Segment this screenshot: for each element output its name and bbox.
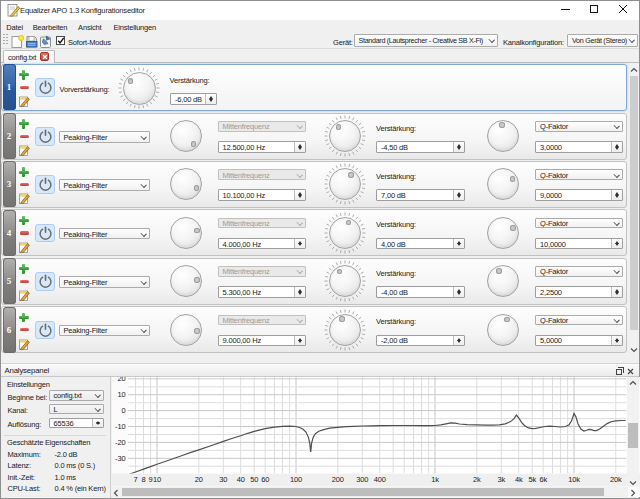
svg-text:50: 50 (250, 475, 258, 484)
svg-text:20: 20 (194, 475, 202, 484)
svg-text:0: 0 (121, 406, 125, 415)
svg-text:-30: -30 (115, 454, 125, 463)
svg-text:400: 400 (373, 475, 385, 484)
svg-text:8: 8 (141, 475, 145, 484)
svg-text:1k: 1k (431, 475, 439, 484)
svg-text:300: 300 (356, 475, 368, 484)
svg-text:20k: 20k (609, 475, 621, 484)
svg-text:-20: -20 (115, 438, 125, 447)
svg-text:60: 60 (261, 475, 269, 484)
svg-text:-10: -10 (115, 422, 125, 431)
svg-text:6k: 6k (539, 475, 547, 484)
svg-text:7: 7 (133, 475, 137, 484)
svg-text:5k: 5k (528, 475, 536, 484)
svg-text:200: 200 (331, 475, 343, 484)
svg-text:2k: 2k (472, 475, 480, 484)
svg-text:20: 20 (117, 377, 125, 383)
svg-text:10k: 10k (568, 475, 580, 484)
svg-text:100: 100 (289, 475, 301, 484)
svg-text:30: 30 (219, 475, 227, 484)
svg-text:10: 10 (152, 475, 160, 484)
svg-text:3k: 3k (497, 475, 505, 484)
svg-text:10: 10 (117, 390, 125, 399)
svg-text:4k: 4k (514, 475, 522, 484)
svg-text:40: 40 (236, 475, 244, 484)
